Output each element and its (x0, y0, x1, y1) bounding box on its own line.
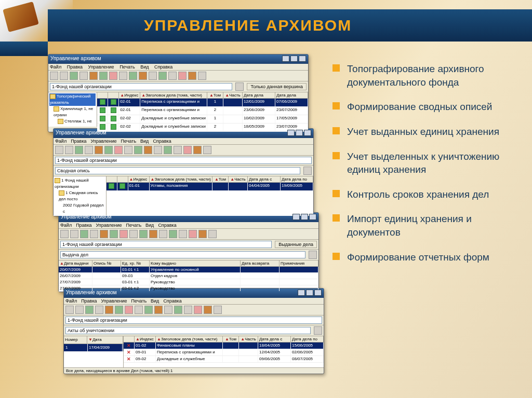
tree-node[interactable]: Стеллаж 1, не ограни (49, 118, 96, 127)
scope-button[interactable]: Только данная вершина (247, 83, 307, 90)
col-header[interactable]: Том (219, 177, 226, 182)
col-header[interactable]: Часть (245, 337, 256, 341)
fund-combo[interactable]: 1-Фонд нашей организации (55, 157, 312, 164)
section-combo[interactable]: Сводная опись (55, 167, 300, 174)
tree-node[interactable]: 2002 Годовой раздел с (55, 202, 105, 215)
col-header[interactable]: Дата дела по (291, 336, 324, 342)
table-row[interactable]: 02-01Переписка с организациями и112/01/2… (97, 99, 308, 107)
col-header[interactable]: Дата дела с (248, 176, 281, 182)
menu-item[interactable]: Управление (88, 64, 114, 70)
menu-bar[interactable]: ФайлПравкаУправлениеПечатьВидСправка (64, 298, 324, 305)
col-header[interactable]: Кому выдано (150, 260, 241, 266)
data-grid[interactable]: ▲Индекс ▲Заголовок дела (тома, части) ▲Т… (124, 336, 324, 367)
table-row[interactable]: 1 17/04/2009 (64, 344, 123, 352)
col-header[interactable]: Номер (64, 336, 87, 344)
issued-button[interactable]: Выданные дела (275, 241, 317, 248)
menu-bar[interactable]: ФайлПравкаУправлениеПечатьВидСправка (54, 138, 313, 145)
toolbar-icon[interactable] (303, 167, 312, 175)
table-row[interactable]: 20/07/200903-01 т.1Управление по основно… (59, 267, 318, 273)
window-controls[interactable] (281, 56, 306, 63)
toolbar-icon[interactable] (309, 251, 317, 259)
col-header[interactable]: Опись № (92, 260, 121, 266)
col-header[interactable]: Том (229, 337, 236, 341)
data-grid[interactable]: ▲Индекс ▲Заголовок дела (тома, части) ▲Т… (97, 92, 308, 132)
fund-combo[interactable]: 1-Фонд нашей организации (50, 83, 232, 90)
menu-item[interactable]: Печать (119, 64, 135, 70)
col-header[interactable]: Часть (234, 177, 246, 182)
toolbar[interactable] (48, 71, 308, 81)
menu-bar[interactable]: ФайлПравкаУправлениеПечатьВидСправка (59, 222, 318, 229)
fund-combo[interactable]: 1-Фонд нашей организации (65, 317, 322, 324)
col-header[interactable]: Дата возврата (241, 260, 280, 266)
tree-node[interactable]: 1 Фонд нашей организации (55, 177, 105, 190)
menu-item[interactable]: Справка (154, 64, 172, 70)
window-controls[interactable] (286, 130, 311, 137)
col-header[interactable]: Ед. хр. № (121, 260, 150, 266)
menu-item[interactable]: Управление (91, 139, 117, 144)
menu-item[interactable]: Правка (67, 64, 83, 70)
toolbar[interactable] (54, 145, 313, 156)
table-row[interactable]: 01-02Финансовые планы18/04/200515/06/200… (124, 342, 324, 349)
col-header[interactable]: Дата выдачи (64, 261, 89, 266)
table-row[interactable]: 01-01 Уставы, положения 04/04/2005 19/09… (107, 183, 313, 191)
tree-node[interactable]: Топографический указатель (49, 93, 96, 106)
tree-node[interactable]: Хранилище 1, не ограни (49, 106, 96, 118)
window-controls[interactable] (291, 214, 316, 221)
menu-item[interactable]: Правка (71, 139, 86, 144)
menu-item[interactable]: Файл (50, 64, 61, 70)
fund-combo[interactable]: 1-Фонд нашей организации (60, 241, 272, 248)
window-controls[interactable] (297, 290, 322, 297)
col-header[interactable]: Примечания (280, 260, 318, 266)
menu-item[interactable]: Вид (145, 223, 154, 228)
col-header[interactable]: Индекс (140, 337, 154, 341)
menu-item[interactable]: Справка (153, 139, 171, 144)
toolbar[interactable] (59, 229, 318, 240)
col-header[interactable]: Том (214, 93, 221, 98)
table-row[interactable]: 02-02Докладные и служебные записки218/05… (97, 123, 308, 132)
toolbar-icon[interactable] (235, 83, 244, 91)
table-row[interactable]: 26/07/200909-03Отдел кадров (59, 273, 318, 279)
col-header[interactable]: Часть (229, 93, 241, 98)
menu-item[interactable]: Печать (121, 139, 136, 144)
menu-item[interactable]: Файл (65, 298, 77, 304)
col-header[interactable]: Дата (92, 337, 102, 342)
tree-panel[interactable]: Топографический указатель Хранилище 1, н… (48, 92, 97, 127)
menu-item[interactable]: Вид (151, 298, 159, 304)
col-header[interactable]: Дата дела (243, 92, 275, 98)
toolbar-icon[interactable] (314, 326, 322, 335)
table-row[interactable]: 09-01Переписка с организациями и12/04/20… (124, 349, 324, 356)
data-grid[interactable]: ▲Индекс ▲Заголовок дела (тома, части) ▲Т… (107, 176, 313, 216)
menu-item[interactable]: Справка (158, 223, 176, 228)
acts-panel[interactable]: Номер ▼Дата 1 17/04/2009 (64, 336, 124, 367)
menu-item[interactable]: Справка (163, 298, 181, 304)
menu-item[interactable]: Правка (76, 223, 91, 228)
col-header[interactable]: Дата дела по (281, 176, 313, 182)
tree-panel[interactable]: 1 Фонд нашей организации 1 Сводная опись… (54, 176, 107, 216)
col-header[interactable]: Заголовок дела (тома, части) (145, 93, 202, 98)
menu-item[interactable]: Правка (81, 298, 97, 304)
table-row[interactable]: 02-01Переписка с организациями и223/06/2… (97, 107, 308, 115)
col-header[interactable]: Дата дела с (258, 336, 291, 342)
col-header[interactable]: Индекс (124, 93, 138, 98)
col-header[interactable]: Дата дела (275, 92, 308, 98)
table-row[interactable]: 09-02Докладные и служебные09/06/200508/0… (124, 356, 324, 363)
menu-item[interactable]: Вид (140, 139, 149, 144)
menu-item[interactable]: Печать (126, 223, 141, 228)
section-combo[interactable]: Выдача дел (60, 251, 305, 258)
menu-item[interactable]: Управление (96, 223, 122, 228)
toolbar[interactable] (64, 305, 324, 315)
col-header[interactable]: Индекс (133, 177, 147, 182)
menu-item[interactable]: Файл (55, 139, 66, 144)
menu-item[interactable]: Управление (101, 298, 127, 304)
col-header[interactable]: Заголовок дела (тома, части) (161, 337, 218, 341)
menu-bar[interactable]: Файл Правка Управление Печать Вид Справк… (48, 64, 308, 71)
menu-item[interactable]: Вид (140, 64, 149, 70)
menu-item[interactable]: Печать (131, 298, 147, 304)
data-grid[interactable]: ▲Дата выдачи Опись № Ед. хр. № Кому выда… (59, 260, 318, 292)
menu-item[interactable]: Файл (60, 223, 72, 228)
table-row[interactable]: 27/07/200903-01 т.1Руководство (59, 279, 318, 285)
table-row[interactable]: 02-02Докладные и служебные записки110/02… (97, 115, 308, 123)
section-combo[interactable]: Акты об уничтожении (65, 327, 311, 334)
tree-node[interactable]: 1 Сводная опись дел посто (55, 190, 105, 202)
col-header[interactable]: Заголовок дела (тома, части) (154, 177, 211, 182)
